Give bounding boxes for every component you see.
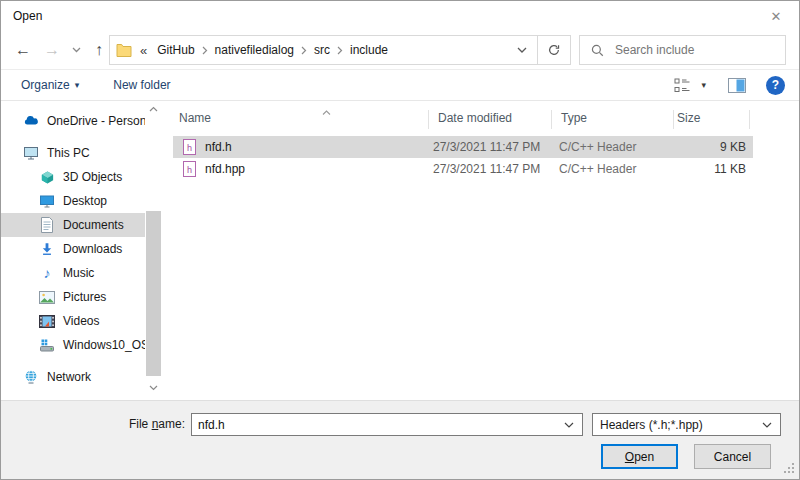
sidebar-item-desktop[interactable]: Desktop bbox=[1, 189, 145, 213]
forward-arrow-icon: → bbox=[44, 41, 60, 59]
file-size: 11 KB bbox=[673, 158, 746, 180]
search-box[interactable] bbox=[579, 35, 786, 65]
sidebar-item-label: Music bbox=[63, 266, 94, 280]
organize-button[interactable]: Organize ▾ bbox=[21, 78, 79, 92]
sidebar-item-label: Downloads bbox=[63, 242, 122, 256]
navigation-bar: ← → ↑ « GitHub nativefiledialog src incl… bbox=[1, 31, 799, 69]
sidebar-item-3d-objects[interactable]: 3D Objects bbox=[1, 165, 145, 189]
sidebar-item-downloads[interactable]: Downloads bbox=[1, 237, 145, 261]
file-type-value: Headers (*.h;*.hpp) bbox=[593, 418, 754, 432]
sidebar-item-videos[interactable]: Videos bbox=[1, 309, 145, 333]
file-type: C/C++ Header bbox=[559, 158, 636, 180]
chevron-down-icon bbox=[564, 422, 574, 428]
column-header-type[interactable]: Type bbox=[561, 104, 587, 132]
chevron-down-icon bbox=[149, 385, 158, 391]
chevron-down-icon bbox=[72, 47, 81, 53]
column-divider[interactable] bbox=[749, 110, 750, 129]
file-date-modified: 27/3/2021 11:47 PM bbox=[433, 136, 540, 158]
svg-text:h: h bbox=[187, 143, 192, 153]
organize-label: Organize bbox=[21, 78, 70, 92]
caret-down-icon: ▾ bbox=[701, 80, 706, 90]
breadcrumb-item-src[interactable]: src bbox=[310, 43, 334, 57]
scrollbar-thumb[interactable] bbox=[146, 211, 161, 376]
address-dropdown-button[interactable] bbox=[507, 36, 537, 64]
sidebar-item-documents[interactable]: Documents bbox=[1, 213, 145, 237]
chevron-right-icon bbox=[202, 46, 208, 55]
chevron-up-icon bbox=[149, 106, 158, 112]
svg-text:h: h bbox=[187, 165, 192, 175]
column-divider[interactable] bbox=[673, 110, 674, 129]
change-view-button[interactable]: ▾ bbox=[674, 78, 706, 93]
sidebar-item-windows10-os[interactable]: Windows10_OS ( bbox=[1, 333, 145, 357]
breadcrumb: « GitHub nativefiledialog src include bbox=[110, 36, 507, 64]
caret-down-icon: ▾ bbox=[75, 80, 80, 90]
scrollbar-down-button[interactable] bbox=[145, 380, 162, 396]
sidebar-scrollbar[interactable] bbox=[145, 101, 162, 400]
column-header-name[interactable]: Name bbox=[179, 104, 211, 132]
sidebar-item-music[interactable]: ♪ Music bbox=[1, 261, 145, 285]
dialog-footer: File name: Headers (*.h;*.hpp) Open Canc… bbox=[1, 400, 799, 480]
help-button[interactable]: ? bbox=[766, 76, 785, 95]
sidebar-item-onedrive[interactable]: OneDrive - Person bbox=[1, 109, 145, 133]
breadcrumb-item-include[interactable]: include bbox=[346, 43, 392, 57]
chevron-down-icon bbox=[517, 47, 527, 53]
breadcrumb-item-nativefiledialog[interactable]: nativefiledialog bbox=[211, 43, 298, 57]
scrollbar-up-button[interactable] bbox=[145, 101, 162, 117]
forward-button[interactable]: → bbox=[39, 31, 65, 69]
sidebar-item-label: Windows10_OS ( bbox=[63, 338, 145, 352]
button-mnemonic: O bbox=[625, 450, 634, 464]
computer-icon bbox=[23, 145, 39, 161]
sidebar-item-label: Network bbox=[47, 370, 91, 384]
label-text: ame: bbox=[158, 417, 185, 431]
main-area: OneDrive - Person This PC 3D Objects Des… bbox=[1, 101, 799, 400]
file-row-nfd-hpp[interactable]: h nfd.hpp 27/3/2021 11:47 PM C/C++ Heade… bbox=[162, 158, 799, 180]
close-button[interactable]: ✕ bbox=[753, 1, 799, 31]
sidebar-item-label: Pictures bbox=[63, 290, 106, 304]
file-list: Name Date modified Type Size h nfd.h 27/… bbox=[162, 101, 799, 400]
refresh-icon bbox=[547, 43, 561, 57]
file-name: nfd.h bbox=[205, 136, 232, 158]
sidebar-item-pictures[interactable]: Pictures bbox=[1, 285, 145, 309]
file-row-nfd-h[interactable]: h nfd.h 27/3/2021 11:47 PM C/C++ Header … bbox=[162, 136, 799, 158]
cube-icon bbox=[39, 169, 55, 185]
sidebar-item-label: Desktop bbox=[63, 194, 107, 208]
column-header-size[interactable]: Size bbox=[677, 104, 700, 132]
chevron-right-icon bbox=[337, 46, 343, 55]
file-name-dropdown-button[interactable] bbox=[556, 422, 582, 428]
back-button[interactable]: ← bbox=[9, 31, 37, 69]
column-divider[interactable] bbox=[551, 110, 552, 129]
open-button[interactable]: Open bbox=[601, 444, 678, 469]
label-text: File bbox=[129, 417, 152, 431]
breadcrumb-overflow-icon[interactable]: « bbox=[140, 43, 147, 58]
music-note-icon: ♪ bbox=[39, 265, 55, 281]
folder-icon bbox=[116, 43, 132, 57]
sidebar-item-network[interactable]: Network bbox=[1, 365, 145, 389]
new-folder-button[interactable]: New folder bbox=[113, 78, 170, 92]
recent-locations-button[interactable] bbox=[67, 31, 85, 69]
up-button[interactable]: ↑ bbox=[87, 31, 111, 69]
sidebar-item-this-pc[interactable]: This PC bbox=[1, 141, 145, 165]
up-arrow-icon: ↑ bbox=[95, 41, 103, 59]
refresh-button[interactable] bbox=[537, 36, 570, 64]
file-type-select[interactable]: Headers (*.h;*.hpp) bbox=[592, 413, 781, 436]
title-bar: Open ✕ bbox=[1, 1, 799, 31]
chevron-down-icon bbox=[754, 422, 780, 428]
list-header: Name Date modified Type Size bbox=[162, 104, 799, 132]
column-divider[interactable] bbox=[428, 110, 429, 129]
sidebar-item-label: Videos bbox=[63, 314, 99, 328]
resize-grip-icon[interactable] bbox=[784, 463, 795, 477]
search-input[interactable] bbox=[613, 42, 767, 58]
column-header-date-modified[interactable]: Date modified bbox=[438, 104, 512, 132]
preview-pane-button[interactable] bbox=[728, 78, 746, 93]
button-text: pen bbox=[634, 450, 654, 464]
sidebar-item-label: 3D Objects bbox=[63, 170, 122, 184]
file-name-input[interactable] bbox=[192, 417, 556, 433]
sort-ascending-icon bbox=[322, 104, 331, 118]
drive-windows-icon bbox=[39, 337, 55, 353]
cancel-button[interactable]: Cancel bbox=[694, 444, 771, 469]
preview-pane-icon bbox=[728, 78, 746, 93]
onedrive-cloud-icon bbox=[23, 113, 39, 129]
sidebar-item-label: OneDrive - Person bbox=[47, 114, 145, 128]
film-icon bbox=[39, 313, 55, 329]
breadcrumb-item-github[interactable]: GitHub bbox=[153, 43, 198, 57]
